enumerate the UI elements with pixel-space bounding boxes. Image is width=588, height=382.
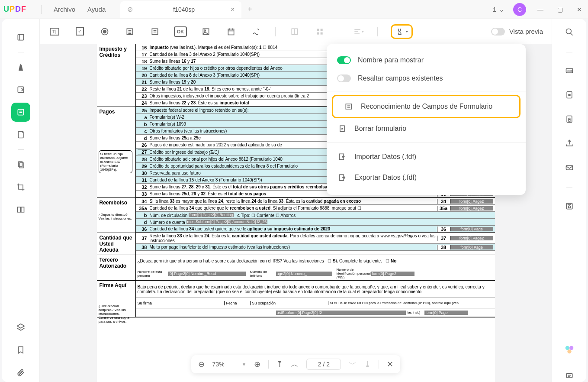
sidebar-bookmark[interactable] xyxy=(11,340,30,359)
menu-clear-form[interactable]: Borrar formulario xyxy=(327,118,526,139)
zoom-out-button[interactable]: ⊖ xyxy=(198,359,205,369)
next-page-button[interactable]: ﹀ xyxy=(349,359,357,369)
section-cantidad: Cantidad que Usted Adeuda xyxy=(97,233,136,255)
sidebar-layers[interactable] xyxy=(11,318,30,337)
svg-rect-29 xyxy=(317,32,319,34)
save-button[interactable] xyxy=(565,202,574,212)
maximize-button[interactable]: ▢ xyxy=(555,6,566,13)
minimize-button[interactable]: — xyxy=(535,6,546,13)
share-button[interactable] xyxy=(565,139,574,149)
form-tools-menu: Nombre para mostrar Resaltar campos exis… xyxy=(327,44,526,195)
menu-show-name[interactable]: Nombre para mostrar xyxy=(327,51,526,69)
svg-rect-46 xyxy=(569,120,570,121)
prev-page-button[interactable]: ︿ xyxy=(291,359,299,369)
menu-file[interactable]: Archivo xyxy=(48,6,81,13)
first-page-button[interactable]: ⤒ xyxy=(276,359,283,369)
zoom-in-button[interactable]: ⊕ xyxy=(254,359,260,369)
sidebar-reader[interactable] xyxy=(11,28,30,47)
text-field-tool[interactable]: T| xyxy=(48,26,61,38)
sidebar-compare[interactable] xyxy=(11,200,30,219)
sidebar-attachment[interactable] xyxy=(11,363,30,382)
svg-rect-27 xyxy=(317,29,319,31)
search-button[interactable] xyxy=(565,28,574,38)
add-tab-button[interactable]: + xyxy=(247,5,252,14)
user-avatar[interactable]: C xyxy=(513,3,526,16)
svg-rect-50 xyxy=(568,203,571,204)
preview-toggle[interactable] xyxy=(491,28,505,36)
button-tool[interactable]: OK xyxy=(174,26,187,37)
section-tercero: Tercero Autorizado xyxy=(97,255,136,280)
svg-point-40 xyxy=(566,29,571,34)
svg-line-41 xyxy=(570,33,572,36)
svg-rect-54 xyxy=(566,373,572,378)
form-recognition-icon xyxy=(344,101,354,112)
convert-button[interactable] xyxy=(565,91,574,101)
sidebar-edit[interactable] xyxy=(11,80,30,99)
svg-rect-21 xyxy=(228,29,234,35)
import-icon xyxy=(337,152,347,162)
list-tool[interactable] xyxy=(124,26,136,38)
sidebar-forms[interactable] xyxy=(11,103,30,122)
svg-text:OCR: OCR xyxy=(567,70,573,72)
menu-form-recognition[interactable]: Reconocimiento de Campos de Formulario xyxy=(332,95,521,118)
clear-form-icon xyxy=(337,123,347,134)
layout-tool[interactable] xyxy=(289,26,301,38)
svg-rect-9 xyxy=(21,207,24,212)
tab-icon: ⊘ xyxy=(127,5,133,13)
menu-export-data[interactable]: Exportar Datos (.fdf) xyxy=(327,167,526,188)
show-name-toggle[interactable] xyxy=(337,56,351,64)
radio-tool[interactable] xyxy=(99,26,111,38)
align-tool[interactable]: ▾ xyxy=(352,26,364,38)
svg-rect-30 xyxy=(321,32,323,34)
side-note-declaracion: ¿Declaración conjunta? Vea las instrucci… xyxy=(99,304,132,324)
sidebar-crop[interactable] xyxy=(11,178,30,197)
dropdown-tool[interactable] xyxy=(149,26,161,38)
export-icon xyxy=(337,172,347,183)
svg-point-53 xyxy=(567,350,571,353)
menu-help[interactable]: Ayuda xyxy=(81,6,112,13)
highlight-fields-toggle[interactable] xyxy=(337,74,351,82)
zoom-dropdown[interactable]: ▼ xyxy=(242,362,247,367)
date-tool[interactable] xyxy=(225,26,237,38)
tab-title: f1040sp xyxy=(137,6,231,13)
app-logo: UPDF xyxy=(3,5,26,14)
svg-point-20 xyxy=(204,29,206,31)
svg-rect-28 xyxy=(321,29,323,31)
comment-button[interactable] xyxy=(565,372,574,382)
page-nav[interactable]: 1⌄ xyxy=(493,6,504,13)
grid-tool[interactable] xyxy=(314,26,326,38)
preview-label: Vista previa xyxy=(509,28,543,35)
last-page-button[interactable]: ⤓ xyxy=(364,359,371,369)
ai-button[interactable] xyxy=(563,344,575,358)
side-note-deposito: ¿Depósito directo? Vea las instrucciones… xyxy=(99,213,132,220)
checkbox-tool[interactable]: ✓ xyxy=(74,26,86,38)
ocr-button[interactable]: OCR xyxy=(565,66,574,77)
close-bar-button[interactable]: ✕ xyxy=(387,359,393,369)
svg-point-11 xyxy=(103,30,106,33)
section-impuesto: Impuesto y Créditos xyxy=(97,44,136,107)
sidebar-organize[interactable] xyxy=(11,125,30,144)
protect-button[interactable] xyxy=(565,115,574,125)
document-tab[interactable]: ⊘ f1040sp × xyxy=(120,1,241,18)
menu-highlight-fields[interactable]: Resaltar campos existentes xyxy=(327,69,526,87)
sidebar-highlight[interactable] xyxy=(11,58,30,77)
svg-rect-8 xyxy=(17,207,20,212)
svg-point-51 xyxy=(565,346,569,350)
side-note-eic: Si tiene un hijo calificado, adjunte el … xyxy=(99,150,132,173)
form-tools-dropdown[interactable]: ▾ xyxy=(391,24,413,39)
tab-close-icon[interactable]: × xyxy=(231,6,235,13)
svg-rect-0 xyxy=(18,34,23,40)
image-tool[interactable] xyxy=(200,26,212,38)
svg-point-52 xyxy=(569,346,573,350)
email-button[interactable] xyxy=(565,163,574,174)
close-button[interactable]: ✕ xyxy=(574,6,585,13)
svg-point-49 xyxy=(568,206,570,208)
menu-import-data[interactable]: Importar Datos (.fdf) xyxy=(327,146,526,167)
svg-rect-47 xyxy=(566,165,572,170)
signature-tool[interactable] xyxy=(250,26,262,38)
zoom-pagination-bar: ⊖ 73% ▼ ⊕ ⤒ ︿ ﹀ ⤓ ✕ xyxy=(191,355,401,373)
zoom-value[interactable]: 73% xyxy=(212,361,234,368)
page-input[interactable] xyxy=(306,359,341,370)
sidebar-pages[interactable] xyxy=(11,155,30,174)
svg-rect-34 xyxy=(346,104,351,109)
